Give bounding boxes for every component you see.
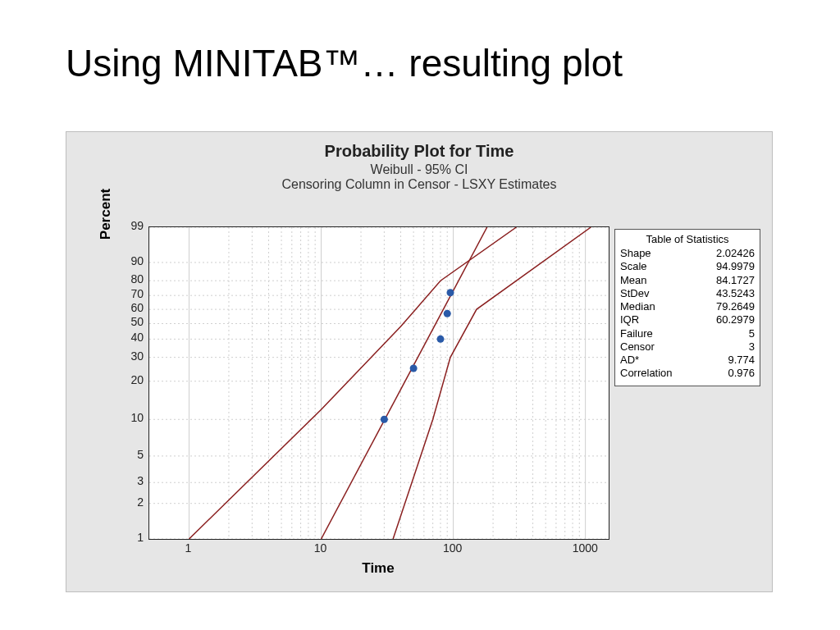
statistics-row-value: 84.1727 (716, 274, 755, 287)
statistics-row-value: 43.5243 (716, 287, 755, 300)
statistics-row-value: 3 (749, 340, 755, 354)
data-point (410, 364, 418, 372)
y-tick-label: 5 (137, 448, 144, 461)
statistics-row: Median79.2649 (620, 300, 755, 313)
statistics-row-value: 2.02426 (716, 247, 755, 260)
ci-lower-line (189, 227, 516, 539)
y-tick-label: 2 (137, 495, 144, 509)
statistics-row: StDev43.5243 (620, 287, 755, 300)
statistics-row-value: 79.2649 (716, 300, 755, 313)
statistics-row-value: 9.774 (728, 354, 755, 367)
statistics-row: Shape2.02426 (620, 247, 755, 260)
y-tick-label: 60 (130, 301, 144, 314)
chart-title: Probability Plot for Time (66, 142, 772, 161)
statistics-row: IQR60.2979 (620, 313, 755, 326)
statistics-row-value: 0.976 (728, 367, 755, 380)
slide-title: Using MINITAB™… resulting plot (66, 41, 623, 85)
y-tick-label: 3 (137, 474, 144, 487)
y-tick-label: 80 (130, 272, 144, 285)
y-tick-label: 40 (130, 331, 144, 344)
statistics-row: Scale94.9979 (620, 260, 755, 273)
statistics-row-value: 5 (749, 327, 755, 340)
statistics-row: AD*9.774 (620, 354, 755, 367)
x-tick-label: 1000 (573, 541, 597, 555)
chart-svg (149, 227, 609, 539)
statistics-row-label: Mean (620, 274, 647, 287)
statistics-row-label: Shape (620, 247, 651, 260)
y-tick-label: 20 (130, 373, 144, 386)
chart-plot-area (148, 226, 609, 540)
statistics-header: Table of Statistics (620, 233, 755, 245)
x-axis-title: Time (148, 560, 608, 577)
y-tick-label: 99 (130, 219, 144, 232)
statistics-row: Mean84.1727 (620, 274, 755, 287)
statistics-row-label: StDev (620, 287, 649, 300)
x-tick-label: 10 (308, 541, 333, 555)
plot-panel: Probability Plot for Time Weibull - 95% … (66, 131, 773, 592)
y-tick-label: 50 (130, 315, 144, 328)
statistics-row-label: Correlation (620, 367, 673, 380)
y-tick-label: 30 (130, 349, 144, 363)
chart-header: Probability Plot for Time Weibull - 95% … (66, 142, 772, 192)
x-tick-label: 100 (441, 541, 465, 555)
data-point (381, 416, 388, 423)
data-point (446, 289, 454, 296)
statistics-row-label: AD* (620, 354, 639, 367)
data-point (444, 310, 451, 317)
chart-subtitle-1: Weibull - 95% CI (66, 162, 772, 177)
statistics-row-label: Failure (620, 327, 653, 340)
statistics-row-label: Scale (620, 260, 647, 273)
y-tick-label: 70 (130, 287, 144, 300)
y-tick-label: 1 (137, 531, 144, 544)
statistics-row: Censor3 (620, 340, 755, 354)
statistics-row-value: 94.9979 (716, 260, 755, 273)
ci-upper-line (393, 227, 591, 539)
statistics-row-label: Median (620, 300, 655, 313)
y-tick-label: 10 (130, 411, 144, 424)
statistics-row: Correlation0.976 (620, 367, 755, 380)
x-tick-label: 1 (176, 541, 200, 555)
statistics-box: Table of Statistics Shape2.02426Scale94.… (614, 229, 760, 386)
chart-subtitle-2: Censoring Column in Censor - LSXY Estima… (66, 177, 772, 192)
statistics-row: Failure5 (620, 327, 755, 340)
data-point (436, 336, 444, 343)
y-tick-label: 90 (130, 254, 144, 267)
statistics-row-value: 60.2979 (716, 313, 755, 326)
statistics-row-label: IQR (620, 313, 639, 326)
statistics-row-label: Censor (620, 340, 655, 354)
y-axis-title: Percent (98, 132, 114, 296)
